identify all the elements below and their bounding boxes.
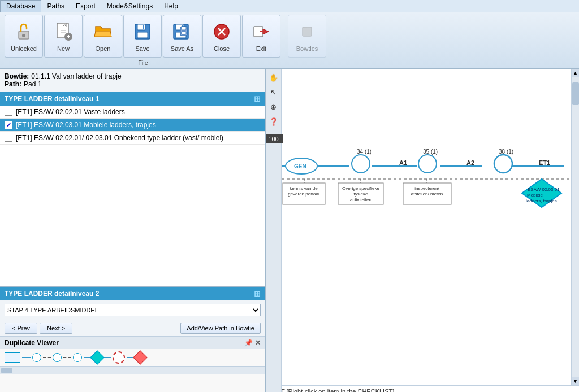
mini-circle-1 [32,353,41,362]
checklist-item-3-label: [ET1] ESAW 02.02.01/ 02.03.01 Onbekend t… [16,134,223,142]
checkbox-1[interactable] [5,108,12,116]
section2: TYPE LADDER detailniveau 2 ⊞ STAP 4 TYPE… [0,286,265,337]
rect-overige-text-2: fysieke [354,191,368,197]
save-icon [131,20,154,43]
dup-diagram [5,351,145,364]
add-path-button[interactable]: Add/View Path in Bowtie [180,323,261,334]
menu-export[interactable]: Export [70,1,101,12]
svg-rect-19 [182,27,186,30]
save-button[interactable]: Save [123,15,162,58]
dup-viewer-title: Duplicate Viewer [5,339,59,347]
label-a2: A2 [466,159,474,166]
right-scrollbar[interactable]: ▲ ▼ [571,69,579,385]
scroll-down-arrow[interactable]: ▼ [572,377,579,385]
dup-scroll-thumb[interactable] [1,368,12,373]
diagram-area[interactable]: 34 (1) 35 (1) 38 (1) A1 A2 ET1 GEN ESAW … [266,69,579,385]
unlock-icon [12,20,35,43]
checklist-item-3[interactable]: [ET1] ESAW 02.02.01/ 02.03.01 Onbekend t… [0,132,265,145]
svg-rect-13 [143,25,144,29]
dup-close-icon[interactable]: ✕ [255,339,261,347]
new-button[interactable]: New [44,15,83,58]
bowties-label: Bowties [296,45,318,52]
checklist-item-2-label: [ET1] ESAW 02.03.01 Mobiele ladders, tra… [16,121,156,129]
saveas-label: Save As [171,45,193,52]
dup-viewer-content [0,349,265,366]
new-label: New [57,45,70,52]
duplicate-viewer: Duplicate Viewer 📌 ✕ [0,337,265,392]
section1-title: TYPE LADDER detailniveau 1 [5,95,99,103]
exit-label: Exit [256,45,266,52]
mini-line-3 [104,357,111,358]
open-label: Open [96,45,111,52]
file-group-label: File [5,58,282,66]
checkmark-2: ✓ [6,121,11,129]
et1-text-3: ladders, trapjes [526,198,557,203]
mini-circle-4 [113,351,125,364]
bowties-button[interactable]: Bowties [288,15,326,58]
menu-bar: Database Paths Export Mode&Settings Help [0,0,579,12]
rect-inspecteren-text-1: inspecteren/ [414,186,439,191]
exit-button[interactable]: Exit [242,15,280,58]
mini-dash-2 [63,357,71,358]
hand-tool[interactable]: ✋ [267,71,280,84]
checkbox-2[interactable]: ✓ [5,121,12,129]
menu-mode-settings[interactable]: Mode&Settings [101,1,158,12]
checklist-item-1-label: [ET1] ESAW 02.02.01 Vaste ladders [16,108,125,116]
mini-rect-1 [5,352,20,363]
right-toolbar: ✋ ↖ ⊕ ❓ 100 [266,69,282,392]
exit-icon [250,20,273,43]
saveas-button[interactable]: Save As [163,15,201,58]
step-dropdown[interactable]: STAP 4 TYPE ARBEIDSMIDDEL [5,304,261,316]
circle-node-35 [418,155,437,173]
dup-scrollbar[interactable] [0,366,265,374]
path-label: Path: [5,80,21,88]
rect-overige-text-1: Overige specifieke [342,186,379,191]
next-button[interactable]: Next > [40,323,72,334]
et1-text-2: Mobiele [527,193,543,198]
nav-row: < Prev Next > Add/View Path in Bowtie [0,320,265,337]
close-icon [210,20,233,43]
svg-rect-1 [22,34,25,37]
label-34: 34 (1) [357,149,371,155]
section1-icon: ⊞ [254,94,261,103]
toolbar-separator [284,15,284,54]
saveas-icon [171,20,193,43]
menu-help[interactable]: Help [158,1,184,12]
select-tool[interactable]: ↖ [267,86,280,98]
path-value: Pad 1 [24,80,41,88]
dup-pin-icon[interactable]: 📌 [244,339,253,347]
close-button[interactable]: Close [202,15,241,58]
rect-kennis-text-1: kennis van de [290,186,318,191]
checklist-item-2[interactable]: ✓ [ET1] ESAW 02.03.01 Mobiele ladders, t… [0,119,265,132]
checklist: [ET1] ESAW 02.02.01 Vaste ladders ✓ [ET1… [0,106,265,286]
left-panel: Bowtie: 01.1.1 Val van ladder of trapje … [0,69,266,392]
dropdown-row: STAP 4 TYPE ARBEIDSMIDDEL [0,300,265,320]
rect-kennis-text-2: gevaren portaal [288,191,319,197]
menu-database[interactable]: Database [0,0,41,12]
hint-bar: HINT [Right-click on item in the CHECKLI… [266,385,579,392]
bowtie-value: 01.1.1 Val van ladder of trapje [31,72,121,80]
scroll-thumb-vert[interactable] [572,82,579,105]
mini-circle-2 [53,353,62,362]
mini-diamond-2 [133,350,147,364]
mini-diamond-1 [90,350,104,364]
unlocked-button[interactable]: Unlocked [5,15,43,58]
section2-title: TYPE LADDER detailniveau 2 [5,290,99,298]
svg-rect-20 [182,32,186,34]
zoom-in-tool[interactable]: ⊕ [267,101,280,113]
section1-header: TYPE LADDER detailniveau 1 ⊞ [0,92,265,106]
rect-overige-text-3: activiteiten [350,197,371,202]
open-button[interactable]: Open [84,15,122,58]
toolbar: Unlocked New [0,12,579,69]
label-35: 35 (1) [423,149,438,155]
svg-rect-27 [303,27,312,36]
scroll-up-arrow[interactable]: ▲ [572,69,579,77]
menu-paths[interactable]: Paths [41,1,70,12]
dup-viewer-header: Duplicate Viewer 📌 ✕ [0,337,265,349]
new-icon [52,20,75,43]
help-tool[interactable]: ❓ [267,115,280,128]
checklist-item-1[interactable]: [ET1] ESAW 02.02.01 Vaste ladders [0,106,265,119]
rect-inspecteren-text-2: afstellen/ meten [411,191,443,197]
prev-button[interactable]: < Prev [5,323,37,334]
checkbox-3[interactable] [5,134,12,142]
